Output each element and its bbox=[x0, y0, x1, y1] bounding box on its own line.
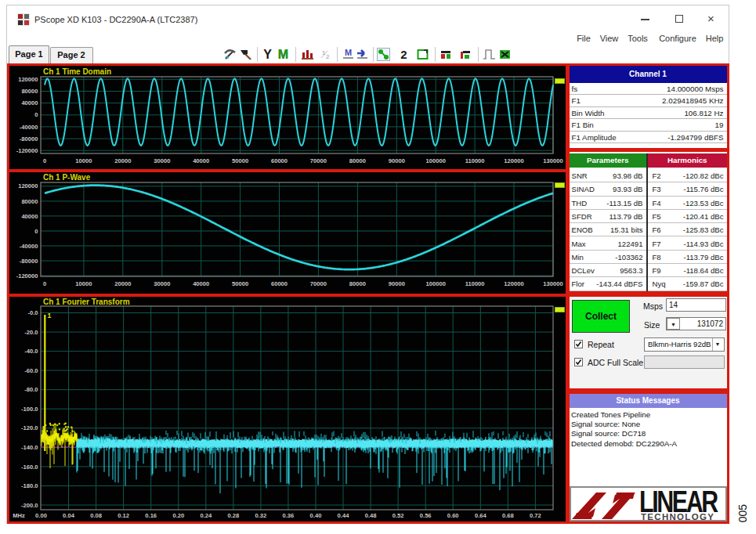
svg-text:130000: 130000 bbox=[543, 157, 562, 164]
svg-text:-160.0: -160.0 bbox=[21, 464, 38, 471]
svg-text:20000: 20000 bbox=[114, 280, 131, 287]
svg-text:40000: 40000 bbox=[193, 157, 209, 164]
svg-text:-120000: -120000 bbox=[16, 147, 38, 154]
svg-text:1: 1 bbox=[48, 312, 52, 319]
svg-text:Ch 1 Fourier Transform: Ch 1 Fourier Transform bbox=[43, 298, 130, 306]
svg-text:-200.0: -200.0 bbox=[21, 502, 38, 509]
svg-text:120000: 120000 bbox=[18, 182, 38, 189]
svg-text:-40000: -40000 bbox=[20, 124, 38, 131]
svg-text:0.64: 0.64 bbox=[475, 512, 487, 519]
svg-text:80000: 80000 bbox=[349, 157, 366, 164]
svg-text:90000: 90000 bbox=[389, 157, 405, 164]
svg-text:30000: 30000 bbox=[154, 157, 170, 164]
svg-text:-60.0: -60.0 bbox=[24, 367, 38, 374]
svg-text:130000: 130000 bbox=[543, 280, 562, 287]
svg-text:10000: 10000 bbox=[75, 280, 92, 287]
svg-text:0.68: 0.68 bbox=[502, 512, 514, 519]
svg-text:80000: 80000 bbox=[21, 88, 38, 95]
svg-text:0.00: 0.00 bbox=[35, 512, 47, 519]
svg-text:-80.0: -80.0 bbox=[24, 386, 38, 393]
svg-text:20000: 20000 bbox=[114, 157, 131, 164]
svg-text:-120000: -120000 bbox=[16, 272, 38, 280]
svg-text:50000: 50000 bbox=[232, 157, 248, 164]
svg-text:0.04: 0.04 bbox=[63, 512, 75, 519]
svg-text:60000: 60000 bbox=[271, 157, 288, 164]
svg-text:M: M bbox=[278, 48, 288, 61]
svg-text:100000: 100000 bbox=[426, 280, 446, 287]
svg-text:0.56: 0.56 bbox=[420, 512, 432, 519]
svg-text:0.44: 0.44 bbox=[338, 512, 350, 519]
svg-text:-0.0: -0.0 bbox=[27, 309, 38, 316]
svg-text:90000: 90000 bbox=[389, 280, 405, 287]
svg-text:0.24: 0.24 bbox=[200, 512, 212, 519]
svg-text:0.36: 0.36 bbox=[283, 512, 295, 519]
svg-text:30000: 30000 bbox=[154, 280, 170, 287]
svg-text:Ch 1 Time Domain: Ch 1 Time Domain bbox=[43, 67, 111, 76]
svg-text:0.40: 0.40 bbox=[310, 512, 322, 519]
svg-text:0.16: 0.16 bbox=[145, 512, 157, 519]
svg-text:2: 2 bbox=[326, 53, 330, 60]
svg-text:-80000: -80000 bbox=[20, 135, 38, 143]
svg-text:-40000: -40000 bbox=[20, 243, 38, 250]
svg-text:80000: 80000 bbox=[21, 198, 38, 205]
svg-text:70000: 70000 bbox=[310, 157, 327, 164]
svg-text:-80000: -80000 bbox=[20, 258, 38, 265]
svg-text:Ch 1 P-Wave: Ch 1 P-Wave bbox=[43, 173, 91, 182]
svg-text:80000: 80000 bbox=[349, 280, 366, 287]
svg-text:40000: 40000 bbox=[193, 280, 209, 287]
svg-text:100000: 100000 bbox=[426, 157, 446, 164]
svg-text:0: 0 bbox=[34, 228, 38, 235]
svg-text:120000: 120000 bbox=[504, 157, 523, 164]
svg-text:M: M bbox=[345, 48, 352, 57]
svg-text:120000: 120000 bbox=[504, 280, 523, 287]
svg-text:0.52: 0.52 bbox=[392, 512, 404, 519]
svg-text:-100.0: -100.0 bbox=[21, 406, 38, 413]
svg-text:120000: 120000 bbox=[18, 76, 38, 83]
svg-text:70000: 70000 bbox=[310, 280, 327, 287]
svg-text:0: 0 bbox=[43, 157, 46, 164]
svg-text:0: 0 bbox=[34, 111, 38, 118]
svg-text:60000: 60000 bbox=[271, 280, 288, 287]
svg-text:Y: Y bbox=[263, 48, 272, 61]
svg-text:-20.0: -20.0 bbox=[24, 329, 38, 336]
svg-text:0.08: 0.08 bbox=[90, 512, 102, 519]
svg-text:40000: 40000 bbox=[21, 99, 38, 106]
svg-text:0.60: 0.60 bbox=[447, 512, 459, 519]
svg-text:0: 0 bbox=[43, 280, 46, 287]
svg-text:110000: 110000 bbox=[465, 157, 485, 164]
svg-text:2: 2 bbox=[400, 48, 407, 61]
svg-text:0.12: 0.12 bbox=[118, 512, 129, 519]
svg-text:0.32: 0.32 bbox=[255, 512, 267, 519]
svg-text:-180.0: -180.0 bbox=[21, 482, 38, 489]
svg-text:10000: 10000 bbox=[75, 157, 92, 164]
svg-text:0.48: 0.48 bbox=[365, 512, 377, 519]
svg-text:110000: 110000 bbox=[465, 280, 485, 287]
svg-text:-120.0: -120.0 bbox=[21, 424, 38, 431]
svg-text:-140.0: -140.0 bbox=[21, 444, 38, 451]
svg-text:0.72: 0.72 bbox=[530, 512, 541, 519]
svg-text:0.28: 0.28 bbox=[227, 512, 239, 519]
svg-text:0.20: 0.20 bbox=[172, 512, 184, 519]
svg-text:50000: 50000 bbox=[232, 280, 248, 287]
svg-text:MHz: MHz bbox=[13, 512, 25, 519]
svg-text:-40.0: -40.0 bbox=[24, 348, 38, 355]
svg-text:40000: 40000 bbox=[21, 213, 38, 220]
